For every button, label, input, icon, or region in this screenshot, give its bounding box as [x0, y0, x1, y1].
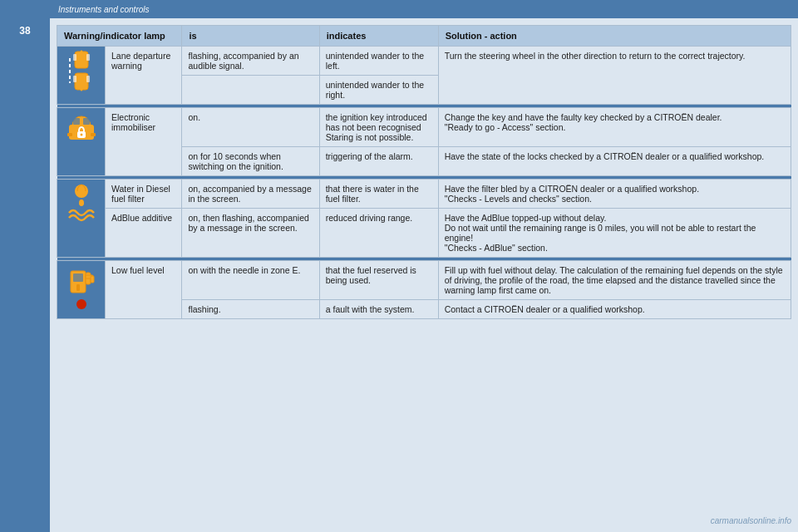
table-row: Electronic immobiliser on. the ignition … [57, 108, 791, 147]
adblue-solution: Have the AdBlue topped-up without delay.… [438, 209, 791, 258]
water-diesel-is: on, accompanied by a message in the scre… [182, 180, 319, 209]
svg-rect-24 [91, 276, 94, 283]
lane-departure-is-2 [182, 76, 319, 105]
low-fuel-is-1: on with the needle in zone E. [182, 261, 319, 300]
low-fuel-indicates-2: a fault with the system. [319, 300, 438, 319]
left-tab: 38 [0, 18, 50, 532]
low-fuel-indicates-1: that the fuel reserved is being used. [319, 261, 438, 300]
svg-rect-12 [67, 133, 72, 136]
col-lamp-header: Warning/indicator lamp [57, 26, 182, 47]
low-fuel-dot [76, 299, 86, 309]
water-diesel-indicates: that there is water in the fuel filter. [319, 180, 438, 209]
col-indicates-header: indicates [319, 26, 438, 47]
page-wrapper: Instruments and controls 38 Warning/indi… [0, 0, 798, 532]
low-fuel-icon-cell [57, 261, 106, 319]
immobiliser-indicates-2: triggering of the alarm. [319, 147, 438, 176]
adblue-lamp-name: AdBlue additive [106, 209, 182, 258]
table-header-row: Warning/indicator lamp is indicates Solu… [57, 26, 791, 47]
immobiliser-is-2: on for 10 seconds when switching on the … [182, 147, 319, 176]
water-diesel-solution: Have the filter bled by a CITROËN dealer… [438, 180, 791, 209]
table-row: Water in Diesel fuel filter on, accompan… [57, 180, 791, 209]
water-adblue-icon-cell [57, 180, 106, 258]
water-adblue-icon [66, 183, 97, 226]
watermark: carmanualsonline.info [711, 516, 791, 525]
immobiliser-is-1: on. [182, 108, 319, 147]
svg-rect-3 [86, 54, 90, 61]
main-table: Warning/indicator lamp is indicates Solu… [57, 25, 791, 319]
lane-departure-indicates-1: unintended wander to the left. [319, 47, 438, 76]
water-diesel-lamp-name: Water in Diesel fuel filter [106, 180, 182, 209]
immobiliser-icon [66, 111, 97, 148]
svg-rect-2 [73, 54, 76, 61]
low-fuel-solution-1: Fill up with fuel without delay. The cal… [438, 261, 791, 300]
immobiliser-solution-1: Change the key and have the faulty key c… [438, 108, 791, 147]
immobiliser-solution-2: Have the state of the locks checked by a… [438, 147, 791, 176]
low-fuel-solution-2: Contact a CITROËN dealer or a qualified … [438, 300, 791, 319]
svg-rect-13 [91, 133, 96, 136]
lane-departure-icon-cell [57, 47, 106, 105]
adblue-is: on, then flashing, accompanied by a mess… [182, 209, 319, 258]
col-solution-header: Solution - action [438, 26, 791, 47]
svg-point-15 [80, 134, 82, 136]
immobiliser-lamp-name: Electronic immobiliser [106, 108, 182, 176]
immobiliser-icon-cell [57, 108, 106, 176]
svg-rect-20 [73, 273, 83, 282]
low-fuel-is-2: flashing. [182, 300, 319, 319]
table-row: Lane departure warning flashing, accompa… [57, 47, 791, 76]
lane-departure-icon [66, 50, 96, 91]
lane-departure-is-1: flashing, accompanied by an audible sign… [182, 47, 319, 76]
top-bar-title: Instruments and controls [58, 5, 150, 14]
svg-rect-10 [73, 118, 80, 125]
low-fuel-lamp-name: Low fuel level [106, 261, 182, 319]
page-number: 38 [19, 25, 30, 37]
content-area: Warning/indicator lamp is indicates Solu… [50, 18, 798, 532]
lane-departure-solution: Turn the steering wheel in the other dir… [438, 47, 791, 105]
svg-rect-7 [86, 76, 90, 82]
table-row: AdBlue additive on, then flashing, accom… [57, 209, 791, 258]
svg-rect-11 [83, 118, 90, 125]
svg-rect-21 [76, 284, 80, 291]
svg-rect-6 [73, 76, 76, 82]
top-bar: Instruments and controls [0, 0, 798, 18]
lane-departure-indicates-2: unintended wander to the right. [319, 76, 438, 105]
adblue-indicates: reduced driving range. [319, 209, 438, 258]
immobiliser-indicates-1: the ignition key introduced has not been… [319, 108, 438, 147]
lane-departure-lamp-name: Lane departure warning [106, 47, 182, 105]
table-row: Low fuel level on with the needle in zon… [57, 261, 791, 300]
col-is-header: is [182, 26, 319, 47]
low-fuel-icon [67, 264, 96, 296]
